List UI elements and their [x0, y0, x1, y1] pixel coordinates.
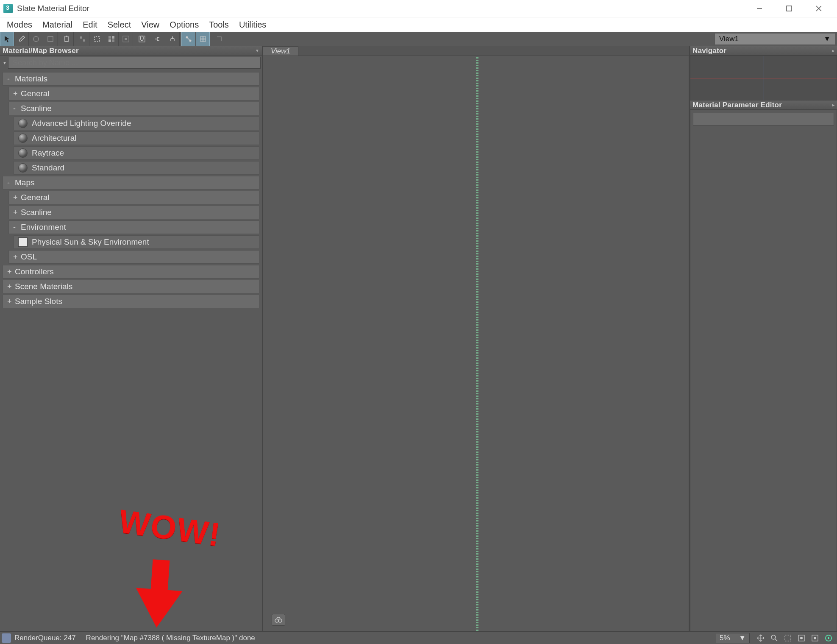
- expand-icon[interactable]: +: [13, 253, 21, 262]
- layout-all-button[interactable]: [151, 32, 165, 46]
- navigator-header[interactable]: Navigator ▸: [690, 46, 837, 56]
- zoom-button[interactable]: [768, 633, 781, 644]
- search-toggle-icon[interactable]: ▾: [1, 60, 8, 66]
- menu-view[interactable]: View: [136, 18, 164, 31]
- param-menu-icon[interactable]: ▸: [832, 103, 834, 107]
- browser-tree[interactable]: -Materials+General-ScanlineAdvanced Ligh…: [0, 70, 262, 631]
- param-header[interactable]: Material Parameter Editor ▸: [690, 100, 837, 110]
- tree-item-label: Sample Slots: [15, 297, 62, 306]
- svg-line-19: [187, 38, 190, 40]
- tree-group[interactable]: +Scene Materials: [3, 280, 259, 293]
- collapse-icon[interactable]: -: [7, 178, 15, 187]
- tree-group[interactable]: +Controllers: [3, 265, 259, 279]
- menu-options[interactable]: Options: [164, 18, 204, 31]
- assign-material-button[interactable]: [29, 32, 43, 46]
- chevron-down-icon: ▼: [823, 35, 831, 43]
- tree-group[interactable]: -Scanline: [8, 102, 259, 115]
- zoom-extents-button[interactable]: [795, 633, 808, 644]
- hide-unused-button[interactable]: [90, 32, 104, 46]
- select-tool-button[interactable]: [0, 32, 14, 46]
- tree-leaf[interactable]: Raytrace: [14, 146, 259, 160]
- expand-icon[interactable]: +: [7, 268, 15, 276]
- tree-group[interactable]: +Scanline: [8, 206, 259, 219]
- titlebar: Slate Material Editor: [0, 0, 837, 17]
- expand-icon[interactable]: +: [7, 282, 15, 291]
- zoom-selector[interactable]: 5% ▼: [716, 633, 750, 643]
- view-tabs: View1: [263, 46, 689, 56]
- param-body: [690, 110, 837, 631]
- tree-group[interactable]: +General: [8, 87, 259, 100]
- tree-group[interactable]: +General: [8, 191, 259, 204]
- show-background-button[interactable]: [119, 32, 133, 46]
- tree-item-label: Environment: [21, 223, 66, 232]
- pan-to-selected-button[interactable]: [822, 633, 835, 644]
- delete-button[interactable]: [59, 32, 74, 46]
- status-icon[interactable]: [2, 633, 11, 643]
- right-panels: Navigator ▸ Material Parameter Editor ▸: [690, 46, 837, 631]
- viewport-divider: [476, 56, 478, 631]
- tree-group[interactable]: +OSL: [8, 250, 259, 264]
- zoom-extents-selected-button[interactable]: [809, 633, 821, 644]
- expand-icon[interactable]: +: [13, 208, 21, 217]
- select-children-button[interactable]: [212, 32, 226, 46]
- menu-tools[interactable]: Tools: [204, 18, 234, 31]
- tree-leaf[interactable]: Physical Sun & Sky Environment: [14, 235, 259, 249]
- menu-material[interactable]: Material: [37, 18, 78, 31]
- material-sphere-icon: [18, 134, 28, 143]
- maximize-button[interactable]: [774, 0, 804, 17]
- tree-group[interactable]: -Maps: [3, 176, 259, 190]
- svg-rect-12: [112, 39, 114, 42]
- layout-children-button[interactable]: [165, 32, 180, 46]
- tree-group[interactable]: -Environment: [8, 220, 259, 234]
- tree-item-label: Advanced Lighting Override: [32, 119, 131, 128]
- browser-menu-icon[interactable]: ▼: [255, 48, 259, 53]
- tree-leaf[interactable]: Advanced Lighting Override: [14, 117, 259, 130]
- chevron-down-icon: ▼: [739, 634, 746, 642]
- menu-modes[interactable]: Modes: [2, 18, 37, 31]
- viewport[interactable]: [263, 56, 689, 631]
- show-map-button[interactable]: [104, 32, 119, 46]
- tree-group[interactable]: +Sample Slots: [3, 295, 259, 308]
- pan-button[interactable]: [754, 633, 767, 644]
- material-sphere-icon: [18, 119, 28, 128]
- search-input[interactable]: [8, 57, 261, 69]
- param-slot[interactable]: [693, 113, 834, 125]
- navigator-body[interactable]: [690, 56, 837, 100]
- expand-icon[interactable]: +: [7, 297, 15, 306]
- svg-rect-24: [785, 635, 791, 641]
- close-button[interactable]: [804, 0, 834, 17]
- expand-icon[interactable]: +: [13, 89, 21, 98]
- tree-leaf[interactable]: Standard: [14, 161, 259, 175]
- assign-selection-button[interactable]: [43, 32, 58, 46]
- eyedropper-button[interactable]: [14, 32, 29, 46]
- collapse-icon[interactable]: -: [13, 104, 21, 113]
- svg-point-20: [275, 619, 278, 622]
- svg-text:0: 0: [140, 35, 144, 42]
- move-children-button[interactable]: [75, 32, 90, 46]
- search-view-button[interactable]: [272, 614, 285, 626]
- nodes-connected-button[interactable]: [181, 32, 196, 46]
- tree-leaf[interactable]: Architectural: [14, 131, 259, 145]
- zoom-region-button[interactable]: [781, 633, 794, 644]
- search-row: ▾: [0, 56, 262, 70]
- view-tab[interactable]: View1: [263, 46, 298, 56]
- menu-select[interactable]: Select: [103, 18, 136, 31]
- menu-edit[interactable]: Edit: [78, 18, 102, 31]
- svg-rect-11: [108, 39, 111, 42]
- material-id-button[interactable]: 0: [135, 32, 149, 46]
- tree-group[interactable]: -Materials: [3, 72, 259, 86]
- minimize-button[interactable]: [745, 0, 774, 17]
- material-map-browser: Material/Map Browser ▼ ▾ -Materials+Gene…: [0, 46, 263, 631]
- browser-header[interactable]: Material/Map Browser ▼: [0, 46, 262, 56]
- view-selector[interactable]: View1 ▼: [715, 33, 835, 45]
- navigator-menu-icon[interactable]: ▸: [832, 48, 834, 53]
- grid-button[interactable]: [196, 32, 210, 46]
- collapse-icon[interactable]: -: [7, 75, 15, 84]
- tree-item-label: Physical Sun & Sky Environment: [32, 237, 149, 247]
- expand-icon[interactable]: +: [13, 193, 21, 202]
- svg-rect-7: [83, 39, 85, 42]
- menu-utilities[interactable]: Utilities: [234, 18, 271, 31]
- collapse-icon[interactable]: -: [13, 223, 21, 232]
- svg-rect-28: [814, 637, 816, 639]
- node-view: View1: [263, 46, 690, 631]
